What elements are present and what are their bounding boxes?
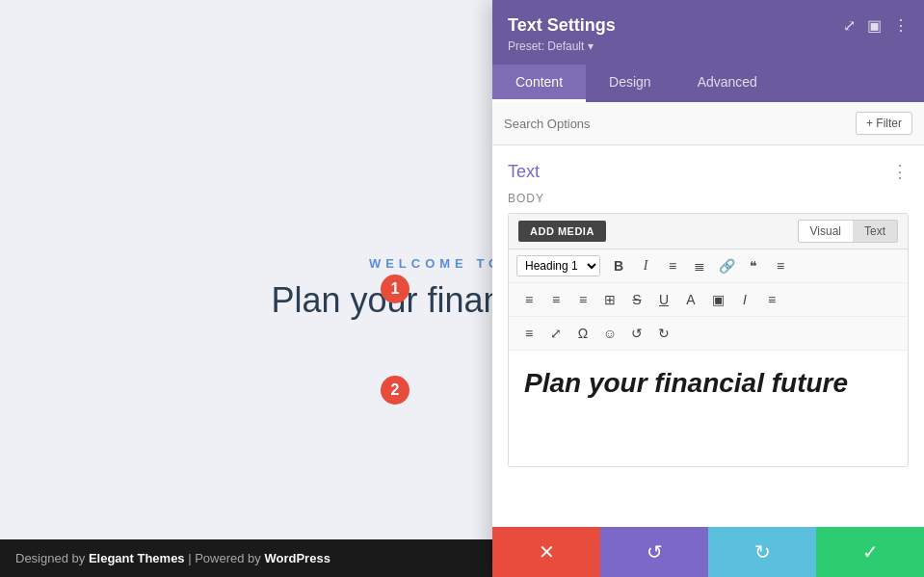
undo-button[interactable]: ↺ <box>600 527 708 577</box>
fullscreen-button[interactable]: ⤢ <box>543 321 568 346</box>
panel-header-icons: ⤢ ▣ ⋮ <box>843 16 909 35</box>
emoji-button[interactable]: ☺ <box>597 321 622 346</box>
strikethrough-button[interactable]: S <box>624 287 649 312</box>
panel-title: Text Settings <box>508 15 616 36</box>
editor-content: Plan your financial future <box>524 366 892 401</box>
font-color-button[interactable]: A <box>678 287 703 312</box>
more-icon[interactable]: ⋮ <box>893 16 909 35</box>
ordered-list-button[interactable]: ≣ <box>687 253 712 278</box>
special-char-button[interactable]: Ω <box>570 321 595 346</box>
bold-button[interactable]: B <box>606 253 631 278</box>
editor-topbar: ADD MEDIA Visual Text <box>509 214 908 249</box>
align-center-button[interactable]: ≡ <box>543 287 568 312</box>
panel-header: Text Settings ⤢ ▣ ⋮ Preset: Default <box>492 0 924 65</box>
link-button[interactable]: 🔗 <box>714 253 739 278</box>
step-badge-2: 2 <box>381 376 409 405</box>
view-toggle: Visual Text <box>798 220 898 243</box>
body-label: Body <box>508 192 909 205</box>
panel-footer: ✕ ↺ ↻ ✓ <box>492 527 924 577</box>
footer-separator: | Powered by <box>185 551 265 565</box>
tab-design[interactable]: Design <box>586 65 674 102</box>
unordered-list-button[interactable]: ≡ <box>660 253 685 278</box>
section-header: Text ⋮ <box>508 161 909 182</box>
toolbar-row-1: Heading 1Heading 2Heading 3Paragraph B I… <box>509 249 908 283</box>
paste-button[interactable]: ▣ <box>705 287 730 312</box>
editor-area: ADD MEDIA Visual Text Heading 1Heading 2… <box>508 213 909 467</box>
redo-toolbar-button[interactable]: ↻ <box>651 321 676 346</box>
cancel-button[interactable]: ✕ <box>492 527 600 577</box>
toolbar-row-3: ≡ ⤢ Ω ☺ ↺ ↻ <box>509 317 908 351</box>
tab-content[interactable]: Content <box>492 65 586 102</box>
panel-content: Text ⋮ Body ADD MEDIA Visual Text Headin… <box>492 145 924 527</box>
section-title: Text <box>508 162 540 182</box>
undo-toolbar-button[interactable]: ↺ <box>624 321 649 346</box>
text-button[interactable]: Text <box>853 221 897 242</box>
toolbar-row-2: ≡ ≡ ≡ ⊞ S U A ▣ I ≡ <box>509 283 908 317</box>
panel-header-top: Text Settings ⤢ ▣ ⋮ <box>508 15 909 36</box>
search-input[interactable] <box>504 117 848 131</box>
resize-icon[interactable]: ⤢ <box>843 16 856 35</box>
panel-preset[interactable]: Preset: Default <box>508 39 909 53</box>
add-media-button[interactable]: ADD MEDIA <box>518 221 606 242</box>
outdent-button[interactable]: ≡ <box>516 321 541 346</box>
panel-tabs: Content Design Advanced <box>492 65 924 102</box>
save-button[interactable]: ✓ <box>816 527 924 577</box>
filter-button[interactable]: + Filter <box>856 112 912 135</box>
visual-button[interactable]: Visual <box>799 221 853 242</box>
font-italic2-button[interactable]: I <box>732 287 757 312</box>
tab-advanced[interactable]: Advanced <box>674 65 780 102</box>
step-badge-1: 1 <box>381 275 409 303</box>
blockquote-button[interactable]: ❝ <box>741 253 766 278</box>
heading-select[interactable]: Heading 1Heading 2Heading 3Paragraph <box>516 255 600 276</box>
align-button[interactable]: ≡ <box>768 253 793 278</box>
footer-brand1: Elegant Themes <box>89 551 185 565</box>
search-bar: + Filter <box>492 102 924 145</box>
footer-text: Designed by <box>15 551 89 565</box>
section-menu-icon[interactable]: ⋮ <box>891 161 909 182</box>
align-right-button[interactable]: ≡ <box>570 287 595 312</box>
table-button[interactable]: ⊞ <box>597 287 622 312</box>
text-settings-panel: Text Settings ⤢ ▣ ⋮ Preset: Default Cont… <box>492 0 924 577</box>
underline-button[interactable]: U <box>651 287 676 312</box>
footer-brand2: WordPress <box>264 551 330 565</box>
italic-button[interactable]: I <box>633 253 658 278</box>
redo-button[interactable]: ↻ <box>708 527 816 577</box>
editor-body[interactable]: Plan your financial future <box>509 351 908 466</box>
indent-button[interactable]: ≡ <box>759 287 784 312</box>
layout-icon[interactable]: ▣ <box>867 16 882 35</box>
align-left-button[interactable]: ≡ <box>516 287 541 312</box>
